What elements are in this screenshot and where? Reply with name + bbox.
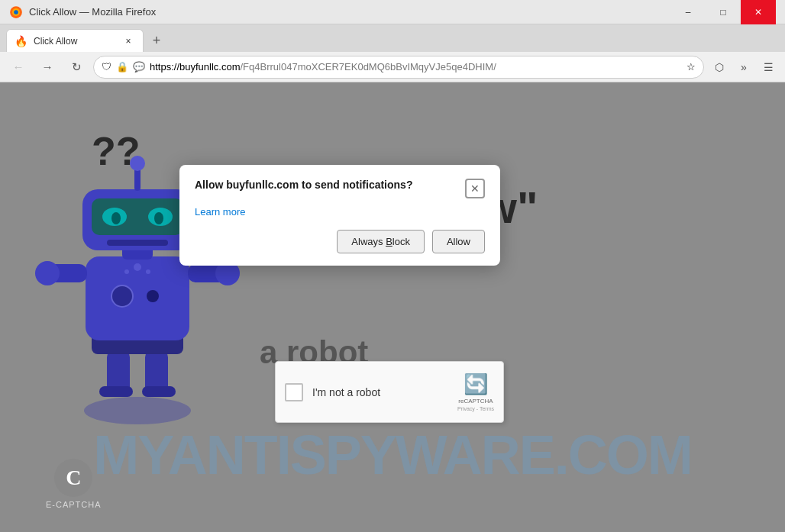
svg-point-3 (84, 397, 191, 424)
recaptcha-widget: I'm not a robot 🔄 reCAPTCHA Privacy - Te… (275, 361, 504, 423)
shield-icon: 🛡 (102, 61, 111, 73)
url-path: /Fq4Brrul047moXCER7EK0dMQ6bBvIMqyVJe5qe4… (241, 61, 496, 73)
refresh-icon: ↻ (72, 60, 82, 74)
svg-point-2 (14, 10, 18, 15)
svg-rect-7 (142, 386, 176, 397)
svg-point-10 (111, 285, 133, 307)
recaptcha-swirl-icon: 🔄 (464, 372, 488, 396)
svg-point-11 (147, 290, 159, 302)
firefox-logo-icon (9, 5, 23, 19)
titlebar-left: Click Allow — Mozilla Firefox (9, 5, 156, 19)
popup-close-button[interactable]: ✕ (465, 179, 485, 198)
ecaptcha-container: C E-CAPTCHA (46, 459, 102, 509)
titlebar-title: Click Allow — Mozilla Firefox (29, 6, 156, 18)
minimize-button[interactable]: – (670, 0, 706, 24)
refresh-button[interactable]: ↻ (64, 55, 89, 79)
toolbar: ← → ↻ 🛡 🔒 💬 https://buyfunllc.com/Fq4Brr… (0, 52, 785, 82)
titlebar: Click Allow — Mozilla Firefox – □ ✕ (0, 0, 785, 24)
ecaptcha-logo-icon: C (54, 459, 92, 497)
svg-point-14 (35, 261, 60, 285)
learn-more-link[interactable]: Learn more (195, 206, 485, 218)
svg-rect-25 (107, 240, 168, 246)
popup-header: Allow buyfunllc.com to send notification… (195, 179, 485, 198)
tabbar: 🔥 Click Allow × + (0, 24, 785, 52)
always-block-button[interactable]: Always Block (337, 230, 425, 253)
tab-favicon-icon: 🔥 (15, 35, 27, 47)
svg-point-24 (130, 156, 145, 171)
url-domain: https://buyfunllc.com (150, 61, 241, 73)
more-tools-button[interactable]: » (733, 56, 754, 78)
page-content: MYANTISPYWARE.COM ?? (0, 82, 785, 532)
popup-title: Allow buyfunllc.com to send notification… (195, 179, 465, 191)
notification-popup: Allow buyfunllc.com to send notification… (179, 165, 500, 266)
recaptcha-checkbox[interactable] (285, 383, 303, 401)
bookmark-star-icon[interactable]: ☆ (686, 61, 696, 73)
recaptcha-logo-area: 🔄 reCAPTCHA Privacy - Terms (457, 372, 494, 411)
pocket-button[interactable]: ⬡ (709, 56, 730, 78)
tab-title: Click Allow (34, 36, 115, 47)
active-tab[interactable]: 🔥 Click Allow × (6, 29, 144, 52)
svg-point-21 (111, 212, 121, 224)
tab-close-button[interactable]: × (121, 34, 135, 48)
ecaptcha-label: E-CAPTCHA (46, 500, 102, 509)
back-button[interactable]: ← (6, 55, 31, 79)
forward-button[interactable]: → (35, 55, 60, 79)
menu-button[interactable]: ☰ (758, 56, 779, 78)
allow-button[interactable]: Allow (432, 230, 485, 253)
always-block-underline: B (386, 236, 392, 247)
svg-point-28 (146, 269, 150, 274)
maximize-button[interactable]: □ (706, 0, 741, 24)
address-bar[interactable]: 🛡 🔒 💬 https://buyfunllc.com/Fq4Brrul047m… (93, 56, 704, 79)
toolbar-right-buttons: ⬡ » ☰ (709, 56, 779, 78)
recaptcha-label: I'm not a robot (312, 386, 448, 398)
popup-actions: Always Block Allow (195, 230, 485, 253)
svg-rect-6 (99, 386, 133, 397)
lock-icon: 🔒 (116, 61, 128, 73)
svg-point-22 (154, 212, 163, 224)
bubble-icon: 💬 (133, 61, 145, 73)
titlebar-controls: – □ ✕ (670, 0, 776, 24)
recaptcha-brand: reCAPTCHA (458, 398, 493, 405)
forward-icon: → (42, 60, 53, 73)
close-button[interactable]: ✕ (741, 0, 776, 24)
back-icon: ← (13, 60, 24, 73)
svg-point-26 (134, 263, 141, 271)
url-display[interactable]: https://buyfunllc.com/Fq4Brrul047moXCER7… (150, 61, 682, 73)
close-icon: ✕ (470, 182, 480, 195)
new-tab-button[interactable]: + (145, 29, 168, 52)
svg-point-27 (124, 269, 129, 274)
recaptcha-privacy: Privacy - Terms (457, 406, 494, 411)
